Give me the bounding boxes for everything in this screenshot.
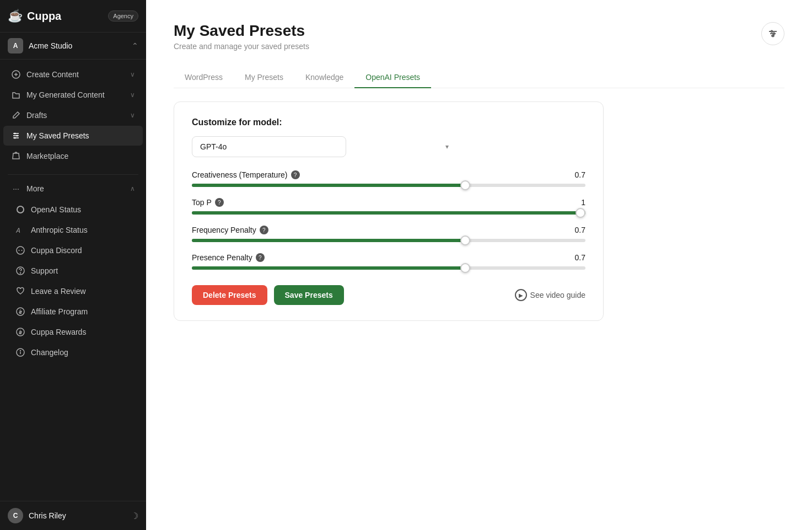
- slider-group-top-p: Top P ? 1: [192, 198, 585, 215]
- shopping-bag-icon: [11, 151, 21, 161]
- sidebar-item-create-content[interactable]: Create Content ∨: [3, 65, 143, 84]
- model-select-wrap: GPT-4o GPT-4 GPT-3.5 Turbo GPT-4 Turbo ▾: [192, 136, 585, 157]
- slider-track-presence-penalty: [192, 266, 585, 270]
- slider-group-presence-penalty: Presence Penalty ? 0.7: [192, 253, 585, 270]
- help-icon-top-p[interactable]: ?: [215, 198, 224, 207]
- filter-button[interactable]: [761, 22, 784, 45]
- edit-icon: [11, 110, 21, 120]
- app-logo: ☕ Cuppa: [8, 9, 61, 23]
- more-item-label: Changelog: [31, 348, 68, 357]
- workspace-chevron-icon: ⌃: [132, 41, 138, 50]
- chevron-down-icon: ∨: [130, 111, 135, 119]
- sidebar-item-more[interactable]: ··· More ∧: [3, 179, 143, 199]
- page-title: My Saved Presets: [174, 22, 309, 40]
- logo-icon: ☕: [8, 9, 23, 23]
- main-content: My Saved Presets Create and manage your …: [146, 0, 812, 530]
- slider-input-top-p[interactable]: [192, 211, 585, 215]
- app-name: Cuppa: [27, 10, 61, 23]
- tab-wordpress[interactable]: WordPress: [174, 67, 234, 88]
- sidebar-item-affiliate-program[interactable]: Affiliate Program: [3, 302, 143, 322]
- anthropic-icon: 𝘈: [15, 225, 25, 235]
- card-customize-label: Customize for model:: [192, 117, 585, 127]
- save-presets-button[interactable]: Save Presets: [274, 285, 344, 305]
- plus-circle-icon: [11, 69, 21, 79]
- svg-point-23: [771, 31, 773, 33]
- svg-point-15: [17, 308, 24, 315]
- slider-header: Frequency Penalty ? 0.7: [192, 226, 585, 234]
- agency-badge: Agency: [108, 10, 138, 22]
- sidebar-item-label: Drafts: [26, 111, 47, 120]
- sidebar-item-openai-status[interactable]: OpenAI Status: [3, 200, 143, 220]
- more-section: OpenAI Status 𝘈 Anthropic Status Cuppa D…: [0, 199, 146, 363]
- play-icon: ▶: [515, 289, 527, 301]
- more-item-label: Cuppa Rewards: [31, 328, 86, 336]
- sliders-icon: [11, 131, 21, 141]
- video-guide-link[interactable]: ▶ See video guide: [515, 289, 585, 301]
- more-item-label: Affiliate Program: [31, 307, 88, 316]
- nav-section: Create Content ∨ My Generated Content ∨ …: [0, 60, 146, 171]
- sidebar-item-cuppa-discord[interactable]: Cuppa Discord: [3, 240, 143, 260]
- slider-label-presence-penalty: Presence Penalty ?: [192, 253, 265, 262]
- more-dots-icon: ···: [11, 184, 21, 194]
- sidebar-item-anthropic-status[interactable]: 𝘈 Anthropic Status: [3, 220, 143, 240]
- more-label: More: [26, 184, 44, 193]
- slider-value-creativeness: 0.7: [575, 170, 585, 179]
- slider-header: Presence Penalty ? 0.7: [192, 253, 585, 262]
- main-content-area: My Saved Presets Create and manage your …: [146, 0, 812, 530]
- help-icon-frequency-penalty[interactable]: ?: [260, 226, 268, 234]
- slider-track-top-p: [192, 211, 585, 215]
- sidebar-item-changelog[interactable]: Changelog: [3, 342, 143, 362]
- user-name: Chris Riley: [29, 511, 125, 520]
- slider-track-creativeness: [192, 184, 585, 187]
- model-select[interactable]: GPT-4o GPT-4 GPT-3.5 Turbo GPT-4 Turbo: [192, 136, 346, 157]
- more-item-label: Anthropic Status: [31, 226, 88, 234]
- info-circle-icon: [15, 347, 25, 357]
- workspace-selector[interactable]: A Acme Studio ⌃: [0, 33, 146, 60]
- page-subtitle: Create and manage your saved presets: [174, 42, 309, 51]
- folder-icon: [11, 90, 21, 100]
- slider-value-frequency-penalty: 0.7: [575, 226, 585, 234]
- svg-point-6: [14, 133, 16, 135]
- sidebar-item-leave-review[interactable]: Leave a Review: [3, 281, 143, 301]
- sidebar-item-label: My Generated Content: [26, 90, 105, 99]
- svg-point-16: [17, 328, 24, 336]
- slider-header: Top P ? 1: [192, 198, 585, 207]
- sidebar-item-cuppa-rewards[interactable]: Cuppa Rewards: [3, 322, 143, 342]
- slider-label-frequency-penalty: Frequency Penalty ?: [192, 226, 268, 234]
- card-actions: Delete Presets Save Presets ▶ See video …: [192, 285, 585, 305]
- chevron-down-icon: ∨: [130, 91, 135, 99]
- slider-input-presence-penalty[interactable]: [192, 266, 585, 270]
- filter-icon: [767, 28, 778, 39]
- more-item-label: Cuppa Discord: [31, 246, 82, 255]
- discord-icon: [15, 245, 25, 255]
- slider-input-creativeness[interactable]: [192, 184, 585, 187]
- slider-value-presence-penalty: 0.7: [575, 253, 585, 262]
- workspace-avatar: A: [8, 38, 23, 53]
- help-icon-creativeness[interactable]: ?: [291, 170, 300, 179]
- slider-header: Creativeness (Temperature) ? 0.7: [192, 170, 585, 179]
- svg-point-11: [19, 250, 20, 251]
- sidebar-item-support[interactable]: Support: [3, 261, 143, 281]
- slider-input-frequency-penalty[interactable]: [192, 239, 585, 242]
- sidebar-item-drafts[interactable]: Drafts ∨: [3, 105, 143, 125]
- sidebar-item-my-saved-presets[interactable]: My Saved Presets: [3, 126, 143, 146]
- sidebar-header: ☕ Cuppa Agency: [0, 0, 146, 33]
- tab-knowledge[interactable]: Knowledge: [294, 67, 354, 88]
- svg-point-12: [21, 250, 23, 251]
- heart-icon: [15, 286, 25, 296]
- sidebar-item-label: Marketplace: [26, 152, 68, 160]
- sidebar-item-marketplace[interactable]: Marketplace: [3, 146, 143, 166]
- page-header: My Saved Presets Create and manage your …: [174, 22, 784, 51]
- svg-point-24: [773, 33, 775, 35]
- tab-my-presets[interactable]: My Presets: [234, 67, 294, 88]
- delete-presets-button[interactable]: Delete Presets: [192, 285, 267, 305]
- sidebar: ☕ Cuppa Agency A Acme Studio ⌃ Create Co…: [0, 0, 146, 530]
- help-icon-presence-penalty[interactable]: ?: [256, 253, 265, 262]
- tab-openai-presets[interactable]: OpenAI Presets: [354, 67, 431, 88]
- chevron-down-icon: ∨: [130, 71, 135, 78]
- more-item-label: OpenAI Status: [31, 205, 81, 214]
- svg-point-14: [20, 273, 21, 274]
- sidebar-footer[interactable]: C Chris Riley ☽: [0, 501, 146, 530]
- sidebar-item-my-generated-content[interactable]: My Generated Content ∨: [3, 85, 143, 105]
- rewards-icon: [15, 327, 25, 337]
